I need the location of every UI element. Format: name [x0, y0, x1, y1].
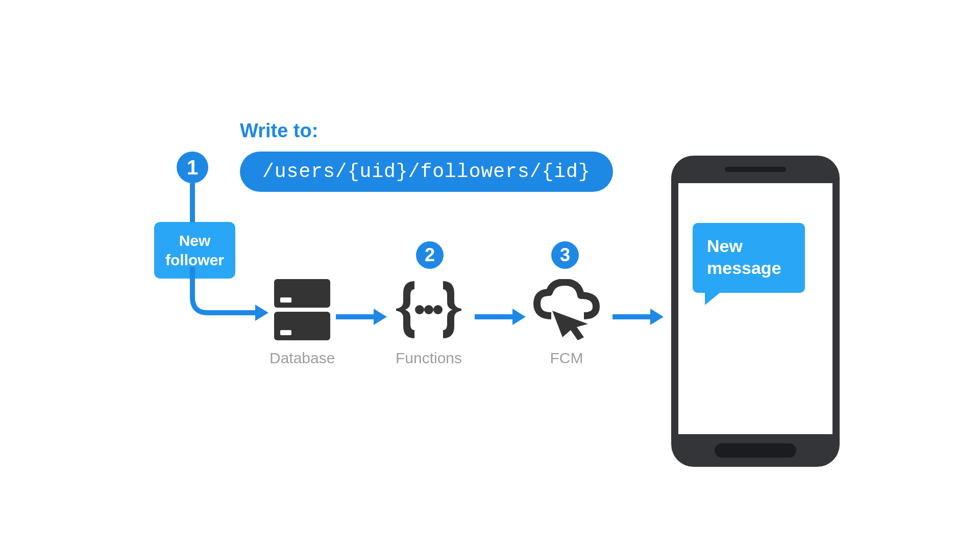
database-path-pill: /users/{uid}/followers/{id} [240, 152, 613, 192]
database-icon [274, 279, 330, 340]
svg-rect-3 [274, 312, 330, 340]
svg-marker-1 [255, 305, 268, 321]
svg-rect-5 [280, 330, 291, 335]
svg-point-6 [415, 305, 424, 314]
svg-marker-9 [552, 311, 588, 340]
arrow-database-to-functions [336, 309, 387, 325]
database-label: Database [270, 349, 335, 367]
phone-device: New message [671, 156, 840, 467]
arrow-functions-to-fcm [475, 309, 526, 325]
database-node: Database [270, 279, 335, 367]
svg-point-7 [424, 305, 433, 314]
functions-icon [393, 279, 464, 340]
functions-label: Functions [396, 349, 462, 367]
curved-arrow-to-database [184, 267, 271, 323]
notification-bubble: New message [693, 223, 805, 293]
arrow-fcm-to-phone [612, 309, 664, 325]
bubble-line2: message [707, 257, 791, 279]
diagram-canvas: Write to: /users/{uid}/followers/{id} 1 … [122, 69, 857, 482]
fcm-label: FCM [550, 349, 583, 367]
write-to-label: Write to: [240, 120, 318, 142]
fcm-icon [531, 279, 602, 340]
connector-line-1 [190, 183, 195, 223]
fcm-node: FCM [531, 279, 602, 367]
step-badge-2: 2 [416, 241, 444, 269]
functions-node: Functions [393, 279, 464, 367]
new-follower-line1: New [165, 231, 224, 251]
step-badge-1: 1 [177, 152, 208, 183]
bubble-line1: New [707, 235, 791, 257]
phone-screen: New message [678, 183, 832, 434]
svg-rect-4 [280, 297, 291, 303]
svg-rect-2 [274, 279, 330, 308]
svg-point-8 [433, 305, 443, 314]
svg-rect-0 [190, 183, 195, 223]
step-badge-3: 3 [551, 241, 579, 269]
